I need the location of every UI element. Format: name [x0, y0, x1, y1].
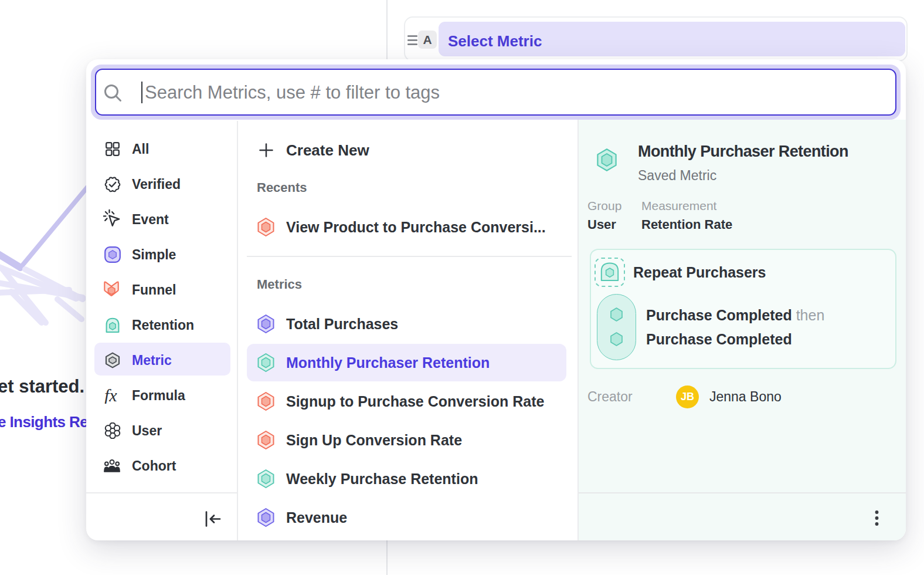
svg-text:fx: fx	[104, 387, 117, 404]
